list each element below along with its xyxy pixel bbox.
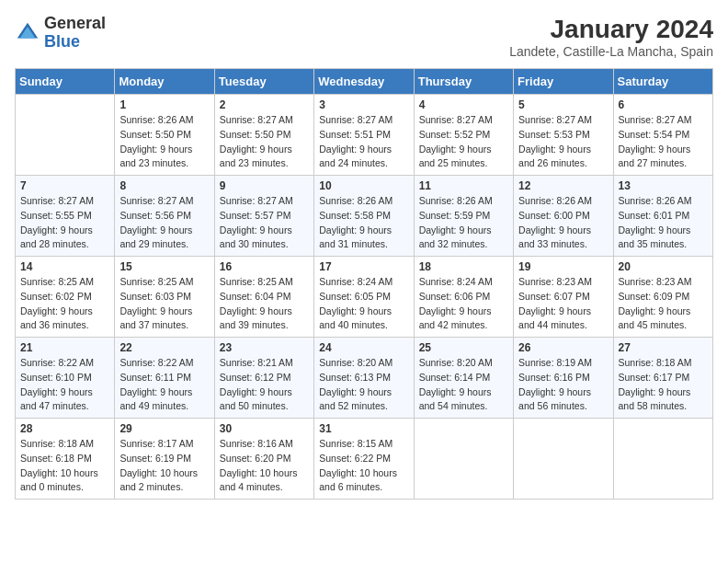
day-of-week-header: Sunday: [16, 69, 115, 95]
calendar-cell: 8Sunrise: 8:27 AMSunset: 5:56 PMDaylight…: [115, 176, 214, 257]
day-number: 1: [119, 98, 209, 111]
day-info: Sunrise: 8:20 AMSunset: 6:13 PMDaylight:…: [319, 356, 408, 414]
calendar-week-row: 14Sunrise: 8:25 AMSunset: 6:02 PMDayligh…: [16, 257, 713, 338]
day-info: Sunrise: 8:25 AMSunset: 6:04 PMDaylight:…: [220, 275, 309, 333]
logo-blue: Blue: [44, 33, 106, 52]
day-info: Sunrise: 8:24 AMSunset: 6:05 PMDaylight:…: [319, 275, 408, 333]
calendar-cell: 7Sunrise: 8:27 AMSunset: 5:55 PMDaylight…: [16, 176, 115, 257]
calendar-cell: 11Sunrise: 8:26 AMSunset: 5:59 PMDayligh…: [414, 176, 513, 257]
day-number: 11: [419, 179, 508, 192]
day-info: Sunrise: 8:26 AMSunset: 5:58 PMDaylight:…: [319, 194, 408, 252]
day-info: Sunrise: 8:15 AMSunset: 6:22 PMDaylight:…: [319, 437, 408, 495]
day-number: 29: [119, 422, 209, 435]
day-number: 4: [419, 98, 508, 111]
calendar-body: 1Sunrise: 8:26 AMSunset: 5:50 PMDaylight…: [16, 95, 713, 500]
calendar-cell: 31Sunrise: 8:15 AMSunset: 6:22 PMDayligh…: [314, 419, 414, 500]
day-number: 18: [419, 260, 508, 273]
day-info: Sunrise: 8:20 AMSunset: 6:14 PMDaylight:…: [419, 356, 508, 414]
day-info: Sunrise: 8:26 AMSunset: 6:00 PMDaylight:…: [518, 194, 608, 252]
calendar-cell: 21Sunrise: 8:22 AMSunset: 6:10 PMDayligh…: [16, 338, 115, 419]
day-info: Sunrise: 8:26 AMSunset: 5:50 PMDaylight:…: [119, 113, 209, 171]
calendar-cell: 22Sunrise: 8:22 AMSunset: 6:11 PMDayligh…: [115, 338, 214, 419]
calendar-cell: 30Sunrise: 8:16 AMSunset: 6:20 PMDayligh…: [214, 419, 313, 500]
day-info: Sunrise: 8:24 AMSunset: 6:06 PMDaylight:…: [419, 275, 508, 333]
day-info: Sunrise: 8:18 AMSunset: 6:17 PMDaylight:…: [619, 356, 708, 414]
calendar-week-row: 21Sunrise: 8:22 AMSunset: 6:10 PMDayligh…: [16, 338, 713, 419]
calendar-cell: 14Sunrise: 8:25 AMSunset: 6:02 PMDayligh…: [16, 257, 115, 338]
day-info: Sunrise: 8:27 AMSunset: 5:56 PMDaylight:…: [119, 194, 209, 252]
day-number: 10: [319, 179, 408, 192]
day-number: 17: [319, 260, 408, 273]
calendar-cell: [16, 95, 115, 176]
calendar-cell: 13Sunrise: 8:26 AMSunset: 6:01 PMDayligh…: [613, 176, 712, 257]
calendar-cell: [613, 419, 712, 500]
day-number: 31: [319, 422, 408, 435]
calendar-cell: 1Sunrise: 8:26 AMSunset: 5:50 PMDaylight…: [115, 95, 214, 176]
calendar-cell: [514, 419, 613, 500]
calendar-week-row: 28Sunrise: 8:18 AMSunset: 6:18 PMDayligh…: [16, 419, 713, 500]
location: Landete, Castille-La Mancha, Spain: [509, 44, 713, 59]
day-info: Sunrise: 8:19 AMSunset: 6:16 PMDaylight:…: [518, 356, 608, 414]
logo-general: General: [44, 15, 106, 33]
day-number: 13: [619, 179, 708, 192]
day-number: 25: [419, 341, 508, 354]
calendar-header: SundayMondayTuesdayWednesdayThursdayFrid…: [16, 69, 713, 95]
page-header: General Blue January 2024 Landete, Casti…: [15, 15, 713, 59]
calendar-cell: 18Sunrise: 8:24 AMSunset: 6:06 PMDayligh…: [414, 257, 513, 338]
calendar-week-row: 1Sunrise: 8:26 AMSunset: 5:50 PMDaylight…: [16, 95, 713, 176]
day-of-week-header: Monday: [115, 69, 214, 95]
day-number: 24: [319, 341, 408, 354]
calendar-cell: 4Sunrise: 8:27 AMSunset: 5:52 PMDaylight…: [414, 95, 513, 176]
calendar-cell: 27Sunrise: 8:18 AMSunset: 6:17 PMDayligh…: [613, 338, 712, 419]
day-number: 8: [119, 179, 209, 192]
title-block: January 2024 Landete, Castille-La Mancha…: [509, 15, 713, 59]
calendar-cell: 26Sunrise: 8:19 AMSunset: 6:16 PMDayligh…: [514, 338, 613, 419]
calendar-cell: 5Sunrise: 8:27 AMSunset: 5:53 PMDaylight…: [514, 95, 613, 176]
calendar-cell: 24Sunrise: 8:20 AMSunset: 6:13 PMDayligh…: [314, 338, 414, 419]
day-number: 3: [319, 98, 408, 111]
day-of-week-header: Tuesday: [214, 69, 313, 95]
day-info: Sunrise: 8:18 AMSunset: 6:18 PMDaylight:…: [20, 437, 109, 495]
calendar-cell: 29Sunrise: 8:17 AMSunset: 6:19 PMDayligh…: [115, 419, 214, 500]
day-info: Sunrise: 8:25 AMSunset: 6:03 PMDaylight:…: [119, 275, 209, 333]
day-number: 30: [220, 422, 309, 435]
month-year: January 2024: [509, 15, 713, 44]
day-info: Sunrise: 8:27 AMSunset: 5:50 PMDaylight:…: [220, 113, 309, 171]
calendar-cell: 17Sunrise: 8:24 AMSunset: 6:05 PMDayligh…: [314, 257, 414, 338]
day-info: Sunrise: 8:23 AMSunset: 6:07 PMDaylight:…: [518, 275, 608, 333]
day-info: Sunrise: 8:27 AMSunset: 5:53 PMDaylight:…: [518, 113, 608, 171]
calendar-cell: 28Sunrise: 8:18 AMSunset: 6:18 PMDayligh…: [16, 419, 115, 500]
day-info: Sunrise: 8:27 AMSunset: 5:55 PMDaylight:…: [20, 194, 109, 252]
day-info: Sunrise: 8:27 AMSunset: 5:51 PMDaylight:…: [319, 113, 408, 171]
day-number: 14: [20, 260, 109, 273]
calendar-cell: 15Sunrise: 8:25 AMSunset: 6:03 PMDayligh…: [115, 257, 214, 338]
day-number: 23: [220, 341, 309, 354]
day-number: 19: [518, 260, 608, 273]
day-header-row: SundayMondayTuesdayWednesdayThursdayFrid…: [16, 69, 713, 95]
day-info: Sunrise: 8:22 AMSunset: 6:10 PMDaylight:…: [20, 356, 109, 414]
logo: General Blue: [15, 15, 106, 52]
day-number: 20: [619, 260, 708, 273]
day-number: 6: [619, 98, 708, 111]
day-of-week-header: Saturday: [613, 69, 712, 95]
calendar-cell: 3Sunrise: 8:27 AMSunset: 5:51 PMDaylight…: [314, 95, 414, 176]
day-number: 21: [20, 341, 109, 354]
day-info: Sunrise: 8:27 AMSunset: 5:57 PMDaylight:…: [220, 194, 309, 252]
day-info: Sunrise: 8:17 AMSunset: 6:19 PMDaylight:…: [119, 437, 209, 495]
day-info: Sunrise: 8:27 AMSunset: 5:54 PMDaylight:…: [619, 113, 708, 171]
day-of-week-header: Wednesday: [314, 69, 414, 95]
day-info: Sunrise: 8:21 AMSunset: 6:12 PMDaylight:…: [220, 356, 309, 414]
calendar-cell: 23Sunrise: 8:21 AMSunset: 6:12 PMDayligh…: [214, 338, 313, 419]
day-number: 16: [220, 260, 309, 273]
day-number: 15: [119, 260, 209, 273]
calendar-cell: 10Sunrise: 8:26 AMSunset: 5:58 PMDayligh…: [314, 176, 414, 257]
day-number: 12: [518, 179, 608, 192]
calendar-cell: 25Sunrise: 8:20 AMSunset: 6:14 PMDayligh…: [414, 338, 513, 419]
day-info: Sunrise: 8:22 AMSunset: 6:11 PMDaylight:…: [119, 356, 209, 414]
calendar-cell: 12Sunrise: 8:26 AMSunset: 6:00 PMDayligh…: [514, 176, 613, 257]
day-of-week-header: Thursday: [414, 69, 513, 95]
calendar-cell: 2Sunrise: 8:27 AMSunset: 5:50 PMDaylight…: [214, 95, 313, 176]
day-number: 9: [220, 179, 309, 192]
calendar-table: SundayMondayTuesdayWednesdayThursdayFrid…: [15, 68, 713, 500]
calendar-cell: 9Sunrise: 8:27 AMSunset: 5:57 PMDaylight…: [214, 176, 313, 257]
